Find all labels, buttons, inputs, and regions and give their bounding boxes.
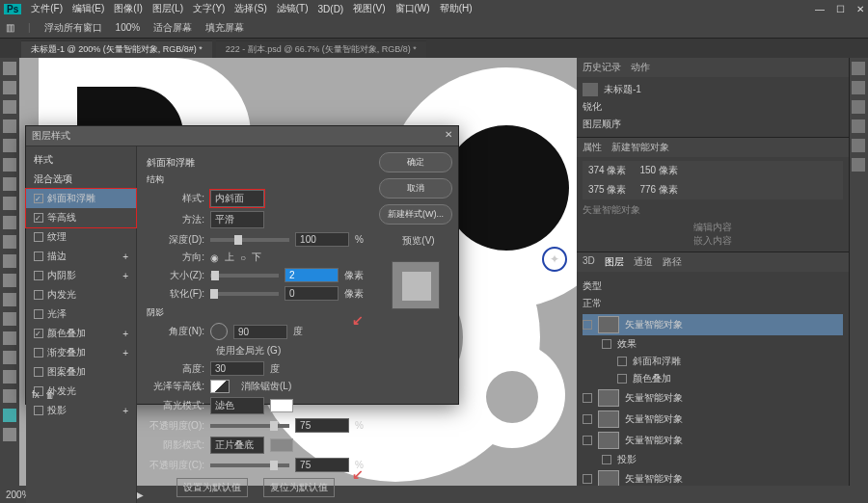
- move-tool-icon[interactable]: [3, 62, 16, 75]
- marquee-tool-icon[interactable]: [3, 81, 16, 94]
- ok-button[interactable]: 确定: [379, 152, 452, 172]
- zoom-level[interactable]: 100%: [116, 22, 141, 33]
- blend-header[interactable]: 混合选项: [26, 170, 136, 189]
- shadow-opacity-input[interactable]: 75: [295, 458, 349, 472]
- style-inner-shadow[interactable]: 内阴影+: [26, 266, 136, 285]
- new-style-button[interactable]: 新建样式(W)...: [379, 204, 452, 225]
- panel-icon[interactable]: [852, 158, 865, 172]
- reset-default-button[interactable]: 复位为默认值: [263, 478, 335, 497]
- plus-icon[interactable]: +: [122, 271, 128, 281]
- stamp-tool-icon[interactable]: [3, 216, 16, 229]
- checkbox-icon[interactable]: [34, 348, 43, 357]
- prop-edit[interactable]: 编辑内容: [583, 221, 843, 234]
- dir-up-radio[interactable]: ◉: [210, 252, 219, 263]
- brush-tool-icon[interactable]: [3, 197, 16, 210]
- technique-select[interactable]: 平滑: [210, 211, 264, 228]
- menu-window[interactable]: 窗口(W): [395, 2, 430, 15]
- menu-filter[interactable]: 滤镜(T): [277, 2, 309, 15]
- gradient-tool-icon[interactable]: [3, 274, 16, 287]
- checkbox-icon[interactable]: [34, 213, 43, 223]
- tab-layers[interactable]: 图层: [605, 255, 624, 269]
- type-tool-icon[interactable]: [3, 351, 16, 364]
- checkbox-icon[interactable]: [34, 367, 43, 377]
- soften-slider[interactable]: [210, 292, 279, 296]
- tab-3d[interactable]: 3D: [583, 255, 595, 269]
- menu-help[interactable]: 帮助(H): [440, 2, 473, 15]
- angle-dial-icon[interactable]: [210, 323, 228, 340]
- float-windows[interactable]: 浮动所有窗口: [44, 21, 102, 35]
- checkbox-icon[interactable]: [34, 194, 43, 203]
- checkbox-icon[interactable]: [34, 232, 43, 242]
- eyedropper-tool-icon[interactable]: [3, 158, 16, 172]
- tab-new-smart[interactable]: 新建智能对象: [611, 141, 669, 154]
- menu-select[interactable]: 选择(S): [234, 2, 266, 15]
- tab-actions[interactable]: 动作: [631, 61, 650, 74]
- style-stroke[interactable]: 描边+: [26, 247, 136, 266]
- layer-row[interactable]: 矢量智能对象: [583, 430, 843, 451]
- highlight-opacity-input[interactable]: 75: [295, 418, 349, 433]
- tab-properties[interactable]: 属性: [583, 141, 602, 154]
- dialog-close-icon[interactable]: ✕: [445, 129, 452, 143]
- visibility-icon[interactable]: [583, 414, 592, 424]
- eraser-tool-icon[interactable]: [3, 254, 16, 268]
- cancel-button[interactable]: 取消: [379, 178, 452, 199]
- visibility-icon[interactable]: [583, 320, 592, 330]
- visibility-icon[interactable]: [583, 474, 592, 484]
- panel-icon[interactable]: [852, 139, 865, 152]
- history-step[interactable]: 图层顺序: [583, 116, 843, 133]
- checkbox-icon[interactable]: [34, 290, 43, 300]
- size-input[interactable]: 2: [285, 268, 339, 282]
- trash-icon[interactable]: 🗑: [45, 389, 55, 400]
- history-doc[interactable]: 未标题-1: [583, 81, 843, 98]
- zoom-tool-icon[interactable]: [3, 428, 16, 441]
- highlight-color-swatch[interactable]: [270, 399, 293, 412]
- size-slider[interactable]: [210, 274, 279, 278]
- panel-icon[interactable]: [852, 62, 865, 75]
- checkbox-icon[interactable]: [34, 309, 43, 319]
- path-tool-icon[interactable]: [3, 370, 16, 384]
- visibility-icon[interactable]: [583, 393, 592, 403]
- checkbox-icon[interactable]: [34, 329, 43, 338]
- fx-icon[interactable]: fx: [32, 389, 40, 400]
- visibility-icon[interactable]: [617, 357, 627, 366]
- layer-row[interactable]: 矢量智能对象: [583, 387, 843, 409]
- tab-paths[interactable]: 路径: [663, 255, 682, 269]
- highlight-mode-select[interactable]: 滤色: [210, 397, 264, 414]
- shadow-color-swatch[interactable]: [270, 438, 293, 452]
- depth-slider[interactable]: [210, 238, 289, 242]
- window-minimize-icon[interactable]: —: [815, 4, 825, 14]
- menu-type[interactable]: 文字(Y): [193, 2, 225, 15]
- soften-input[interactable]: 0: [285, 286, 339, 301]
- depth-input[interactable]: 100: [295, 232, 349, 247]
- visibility-icon[interactable]: [602, 455, 611, 464]
- doc-tab-inactive[interactable]: 222 - 副本.psd @ 66.7% (矢量智能对象, RGB/8) *: [216, 40, 426, 58]
- plus-icon[interactable]: +: [122, 348, 128, 358]
- tab-history[interactable]: 历史记录: [583, 61, 621, 74]
- fill-screen[interactable]: 填充屏幕: [205, 21, 244, 35]
- plus-icon[interactable]: +: [122, 329, 128, 339]
- menu-layer[interactable]: 图层(L): [152, 2, 183, 15]
- style-inner-glow[interactable]: 内发光: [26, 285, 136, 304]
- style-drop-shadow[interactable]: 投影+: [26, 401, 136, 420]
- altitude-input[interactable]: 30: [210, 361, 264, 376]
- menu-view[interactable]: 视图(V): [353, 2, 385, 15]
- shadow-mode-select[interactable]: 正片叠底: [210, 437, 264, 454]
- checkbox-icon[interactable]: [34, 406, 43, 415]
- layer-row[interactable]: 投影: [583, 451, 843, 468]
- visibility-icon[interactable]: [617, 374, 627, 384]
- menu-image[interactable]: 图像(I): [114, 2, 142, 15]
- hand-tool-icon[interactable]: [3, 409, 16, 422]
- layer-row[interactable]: 颜色叠加: [583, 370, 843, 387]
- plus-icon[interactable]: +: [122, 252, 128, 262]
- panel-icon[interactable]: [852, 100, 865, 114]
- layer-row[interactable]: 效果: [583, 335, 843, 353]
- panel-icon[interactable]: [852, 81, 865, 94]
- style-contour[interactable]: 等高线: [26, 208, 136, 227]
- history-step[interactable]: 锐化: [583, 98, 843, 116]
- menu-3d[interactable]: 3D(D): [318, 4, 344, 14]
- style-satin[interactable]: 光泽: [26, 304, 136, 324]
- fit-screen[interactable]: 适合屏幕: [153, 21, 192, 35]
- make-default-button[interactable]: 设置为默认值: [176, 478, 248, 497]
- heal-tool-icon[interactable]: [3, 177, 16, 191]
- style-texture[interactable]: 纹理: [26, 227, 136, 247]
